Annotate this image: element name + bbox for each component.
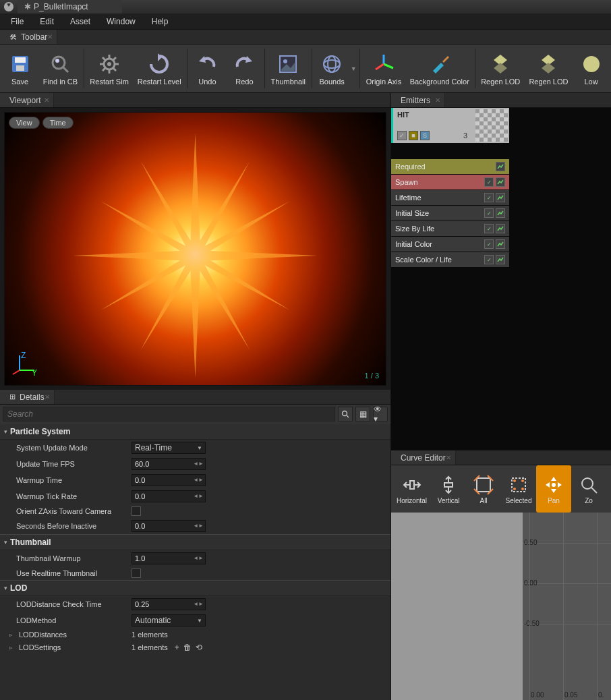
module-graph-icon[interactable] xyxy=(496,255,505,264)
dropdown-arrow-icon[interactable]: ▼ xyxy=(351,45,358,92)
module-enable-icon[interactable]: ✓ xyxy=(484,208,494,218)
property-label[interactable]: ▹LODDistances xyxy=(4,631,129,639)
emitter-header[interactable]: HIT ✓ ■ S 3 xyxy=(391,108,509,143)
restart-level-button[interactable]: Restart Level xyxy=(133,45,185,92)
property-input[interactable]: 0.0◄► xyxy=(132,520,206,532)
property-input[interactable]: 0.25◄► xyxy=(132,598,206,610)
document-tab[interactable]: ✱ P_BulletImapct xyxy=(18,0,122,13)
close-icon[interactable]: ✕ xyxy=(446,454,451,461)
menu-asset[interactable]: Asset xyxy=(62,15,98,28)
close-icon[interactable]: ✕ xyxy=(45,393,50,401)
emitters-body[interactable]: HIT ✓ ■ S 3 RequiredSpawn✓Lifetime✓Initi… xyxy=(391,108,611,450)
module-initial-color[interactable]: Initial Color✓ xyxy=(391,237,509,252)
emitters-tab[interactable]: Emitters ✕ xyxy=(391,93,445,107)
module-graph-icon[interactable] xyxy=(496,224,505,233)
search-icon[interactable] xyxy=(338,407,353,421)
menu-edit[interactable]: Edit xyxy=(32,15,62,28)
search-input[interactable] xyxy=(3,407,335,421)
find-in-cb-button[interactable]: Find in CB xyxy=(38,45,82,92)
menu-help[interactable]: Help xyxy=(144,15,177,28)
close-icon[interactable]: ✕ xyxy=(44,96,49,104)
background-color-button[interactable]: Background Color xyxy=(406,45,473,92)
module-graph-icon[interactable] xyxy=(496,239,505,249)
view-menu-button[interactable]: View xyxy=(9,117,40,129)
add-icon[interactable]: + xyxy=(175,643,179,652)
reset-icon[interactable]: ⟲ xyxy=(196,643,202,652)
module-scale-color-life[interactable]: Scale Color / Life✓ xyxy=(391,252,509,268)
spinner-icon[interactable]: ◄► xyxy=(193,602,204,606)
eye-icon[interactable]: 👁 ▾ xyxy=(373,407,388,421)
property-input[interactable]: 0.0◄► xyxy=(132,490,206,502)
curve-selected-button[interactable]: Selected xyxy=(501,465,536,513)
property-combo[interactable]: Real-Time▼ xyxy=(132,442,206,454)
curve-vertical-button[interactable]: Vertical xyxy=(431,465,466,513)
emitter-toggle-icon[interactable]: ✓ xyxy=(397,131,407,140)
regen-lod-button[interactable]: Regen LOD xyxy=(477,45,525,92)
origin-axis-button[interactable]: Origin Axis xyxy=(361,45,406,92)
curve-graph[interactable]: 0.500.00-0.500.000.050. xyxy=(391,513,611,700)
category-thumbnail[interactable]: ▾Thumbnail xyxy=(0,534,390,550)
bounds-button[interactable]: Bounds xyxy=(314,45,351,92)
emitter-column[interactable]: HIT ✓ ■ S 3 RequiredSpawn✓Lifetime✓Initi… xyxy=(391,108,509,450)
category-particle-system[interactable]: ▾Particle System xyxy=(0,424,390,440)
thumbnail-button[interactable]: Thumbnail xyxy=(266,45,310,92)
module-enable-icon[interactable]: ✓ xyxy=(484,177,494,187)
property-label[interactable]: ▹LODSettings xyxy=(4,643,129,651)
curve-pan-button[interactable]: Pan xyxy=(536,465,571,513)
chevron-down-icon: ▼ xyxy=(197,618,202,624)
curve-horizontal-button[interactable]: Horizontal xyxy=(392,465,431,513)
viewport[interactable]: View Time Z Y 1 / 3 xyxy=(4,112,386,386)
module-spawn[interactable]: Spawn✓ xyxy=(391,175,509,190)
module-initial-size[interactable]: Initial Size✓ xyxy=(391,206,509,221)
module-enable-icon[interactable]: ✓ xyxy=(484,255,494,264)
redo-button[interactable]: Redo xyxy=(226,45,263,92)
module-enable-icon[interactable]: ✓ xyxy=(484,224,494,233)
curve-zo-button[interactable]: Zo xyxy=(571,465,606,513)
viewport-tab-label: Viewport xyxy=(9,96,40,105)
menu-file[interactable]: File xyxy=(3,15,32,28)
svg-point-11 xyxy=(328,56,336,72)
curve-all-button[interactable]: All xyxy=(466,465,501,513)
time-menu-button[interactable]: Time xyxy=(42,117,74,129)
close-icon[interactable]: ✕ xyxy=(47,33,53,40)
axis-gizmo-icon: Z Y xyxy=(11,351,38,378)
emitter-solo-icon[interactable]: ■ xyxy=(409,131,418,140)
module-size-by-life[interactable]: Size By Life✓ xyxy=(391,221,509,237)
spinner-icon[interactable]: ◄► xyxy=(193,556,204,560)
module-required[interactable]: Required xyxy=(391,159,509,175)
toolbar-tab[interactable]: 🛠 Toolbar ✕ xyxy=(0,30,57,44)
module-graph-icon[interactable] xyxy=(496,208,505,218)
spinner-icon[interactable]: ◄► xyxy=(193,524,204,528)
menu-window[interactable]: Window xyxy=(98,15,144,28)
spinner-icon[interactable]: ◄► xyxy=(193,478,204,482)
emitter-render-icon[interactable]: S xyxy=(420,131,430,140)
curve-editor-tab[interactable]: Curve Editor ✕ xyxy=(391,450,456,465)
module-graph-icon[interactable] xyxy=(496,162,505,171)
module-graph-icon[interactable] xyxy=(496,177,505,187)
grid-view-icon[interactable]: ▦ xyxy=(355,407,370,421)
svg-line-4 xyxy=(63,67,68,72)
property-input[interactable]: 1.0◄► xyxy=(132,552,206,564)
close-icon[interactable]: ✕ xyxy=(435,96,440,104)
restart-sim-button[interactable]: Restart Sim xyxy=(86,45,134,92)
property-input[interactable]: 60.0◄► xyxy=(132,458,206,470)
module-lifetime[interactable]: Lifetime✓ xyxy=(391,190,509,206)
save-button[interactable]: Save xyxy=(1,45,38,92)
trash-icon[interactable]: 🗑 xyxy=(183,643,192,652)
module-enable-icon[interactable]: ✓ xyxy=(484,193,494,202)
property-checkbox[interactable] xyxy=(132,506,141,516)
module-enable-icon[interactable]: ✓ xyxy=(484,239,494,249)
undo-button[interactable]: Undo xyxy=(189,45,226,92)
viewport-tab[interactable]: Viewport ✕ xyxy=(0,93,54,107)
category-lod[interactable]: ▾LOD xyxy=(0,580,390,596)
details-tab[interactable]: ⊞ Details ✕ xyxy=(0,390,55,404)
property-input[interactable]: 0.0◄► xyxy=(132,474,206,486)
svg-point-3 xyxy=(53,57,65,69)
property-combo[interactable]: Automatic▼ xyxy=(132,614,206,626)
spinner-icon[interactable]: ◄► xyxy=(193,462,204,466)
low-button[interactable]: Low xyxy=(573,45,610,92)
module-graph-icon[interactable] xyxy=(496,193,505,202)
spinner-icon[interactable]: ◄► xyxy=(193,494,204,498)
regen-lod-button[interactable]: Regen LOD xyxy=(525,45,573,92)
property-checkbox[interactable] xyxy=(132,568,141,578)
